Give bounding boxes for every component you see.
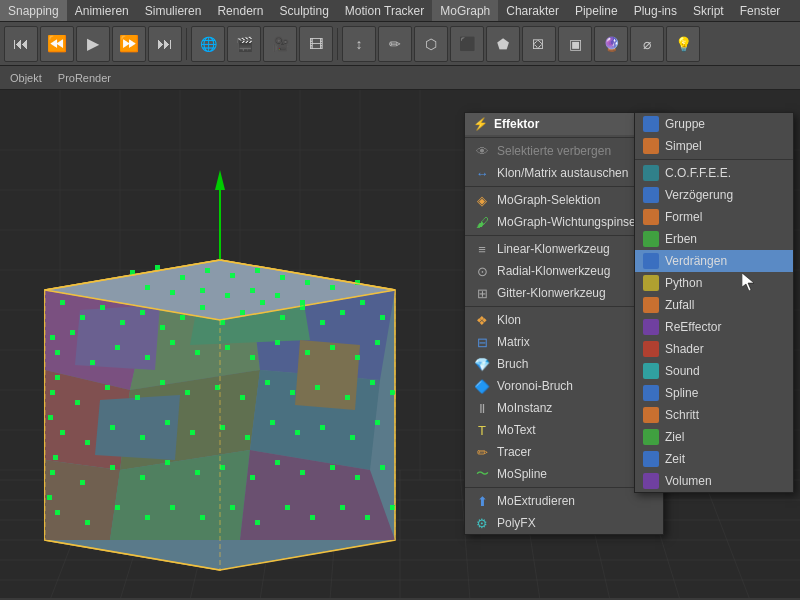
verbergen-icon: 👁 <box>473 142 491 160</box>
toolbar-btn-light[interactable]: 💡 <box>666 26 700 62</box>
coffee-label: C.O.F.F.E.E. <box>665 166 731 180</box>
svg-rect-68 <box>360 300 365 305</box>
simpel-color-icon <box>643 138 659 154</box>
svg-rect-135 <box>390 505 395 510</box>
wichtungspinsel-icon: 🖌 <box>473 213 491 231</box>
menu-motion-tracker[interactable]: Motion Tracker <box>337 0 432 21</box>
svg-rect-79 <box>305 350 310 355</box>
svg-rect-123 <box>55 510 60 515</box>
menu-snapping[interactable]: Snapping <box>0 0 67 21</box>
menu-skript[interactable]: Skript <box>685 0 732 21</box>
menu-animieren[interactable]: Animieren <box>67 0 137 21</box>
toolbar-btn-obj4[interactable]: 🎞 <box>299 26 333 62</box>
svg-rect-80 <box>330 345 335 350</box>
toolbar-btn-prev[interactable]: ⏪ <box>40 26 74 62</box>
linear-icon: ≡ <box>473 240 491 258</box>
mospline-label: MoSpline <box>497 467 547 481</box>
effektor-erben[interactable]: Erben <box>635 228 793 250</box>
effektor-label: Effektor <box>494 117 539 131</box>
effektor-zeit[interactable]: Zeit <box>635 448 793 470</box>
toolbar-btn-cube[interactable]: ⬛ <box>450 26 484 62</box>
svg-rect-150 <box>250 288 255 293</box>
svg-rect-155 <box>48 415 53 420</box>
tracer-label: Tracer <box>497 445 531 459</box>
svg-rect-147 <box>170 290 175 295</box>
toolbar-btn-scale[interactable]: ⬡ <box>414 26 448 62</box>
matrix-label: Matrix <box>497 335 530 349</box>
svg-rect-110 <box>50 470 55 475</box>
effektor-python[interactable]: Python <box>635 272 793 294</box>
toolbar2-prorender[interactable]: ProRender <box>52 70 117 86</box>
effektor-sound[interactable]: Sound <box>635 360 793 382</box>
effektor-zufall[interactable]: Zufall <box>635 294 793 316</box>
toolbar-btn-last[interactable]: ⏭ <box>148 26 182 62</box>
menu-sculpting[interactable]: Sculpting <box>271 0 336 21</box>
motext-label: MoText <box>497 423 536 437</box>
toolbar-btn-tool5[interactable]: ⛋ <box>522 26 556 62</box>
toolbar2-objekt[interactable]: Objekt <box>4 70 48 86</box>
effektor-formel[interactable]: Formel <box>635 206 793 228</box>
toolbar-btn-obj2[interactable]: 🎬 <box>227 26 261 62</box>
menu-mograph[interactable]: MoGraph <box>432 0 498 21</box>
toolbar-btn-obj3[interactable]: 🎥 <box>263 26 297 62</box>
gitter-label: Gitter-Klonwerkzeug <box>497 286 606 300</box>
effektor-volumen[interactable]: Volumen <box>635 470 793 492</box>
effektor-ziel[interactable]: Ziel <box>635 426 793 448</box>
effektor-coffee[interactable]: C.O.F.F.E.E. <box>635 162 793 184</box>
svg-rect-60 <box>200 305 205 310</box>
menu-pipeline[interactable]: Pipeline <box>567 0 626 21</box>
toolbar-btn-tool8[interactable]: ⌀ <box>630 26 664 62</box>
python-label: Python <box>665 276 702 290</box>
effektor-verzoegerung[interactable]: Verzögerung <box>635 184 793 206</box>
svg-rect-61 <box>220 320 225 325</box>
toolbar-btn-first[interactable]: ⏮ <box>4 26 38 62</box>
toolbar-btn-obj1[interactable]: 🌐 <box>191 26 225 62</box>
toolbar-btn-tool6[interactable]: ▣ <box>558 26 592 62</box>
effektor-gruppe[interactable]: Gruppe <box>635 113 793 135</box>
svg-rect-114 <box>165 460 170 465</box>
svg-rect-124 <box>85 520 90 525</box>
svg-rect-115 <box>195 470 200 475</box>
ziel-label: Ziel <box>665 430 684 444</box>
viewport[interactable]: ⚡ Effektor ▶ 👁 Selektierte verbergen ↔ K… <box>0 90 800 598</box>
menu-fenster[interactable]: Fenster <box>732 0 789 21</box>
toolbar-btn-play[interactable]: ▶ <box>76 26 110 62</box>
toolbar-btn-rotate[interactable]: ✏ <box>378 26 412 62</box>
effektor-verdraengen[interactable]: Verdrängen <box>635 250 793 272</box>
motext-icon: T <box>473 421 491 439</box>
menu-charakter[interactable]: Charakter <box>498 0 567 21</box>
menu-plugins[interactable]: Plug-ins <box>626 0 685 21</box>
menu-simulieren[interactable]: Simulieren <box>137 0 210 21</box>
svg-rect-126 <box>145 515 150 520</box>
svg-rect-129 <box>230 505 235 510</box>
toolbar-divider-2 <box>337 28 338 60</box>
effektor-spline[interactable]: Spline <box>635 382 793 404</box>
selektion-label: MoGraph-Selektion <box>497 193 600 207</box>
svg-rect-119 <box>300 470 305 475</box>
reeffector-label: ReEffector <box>665 320 721 334</box>
toolbar-btn-next[interactable]: ⏩ <box>112 26 146 62</box>
schritt-color-icon <box>643 407 659 423</box>
effektor-reeffector[interactable]: ReEffector <box>635 316 793 338</box>
ziel-color-icon <box>643 429 659 445</box>
svg-rect-106 <box>295 430 300 435</box>
menu-moextrudieren[interactable]: ⬆ MoExtrudieren <box>465 490 663 512</box>
svg-rect-63 <box>260 300 265 305</box>
zeit-color-icon <box>643 451 659 467</box>
effektor-shader[interactable]: Shader <box>635 338 793 360</box>
svg-rect-146 <box>145 285 150 290</box>
svg-rect-75 <box>195 350 200 355</box>
toolbar-btn-sphere[interactable]: ⬟ <box>486 26 520 62</box>
volumen-label: Volumen <box>665 474 712 488</box>
svg-rect-52 <box>60 300 65 305</box>
effektor-schritt[interactable]: Schritt <box>635 404 793 426</box>
moinstanz-label: MoInstanz <box>497 401 552 415</box>
svg-rect-107 <box>320 425 325 430</box>
menu-rendern[interactable]: Rendern <box>209 0 271 21</box>
verbergen-label: Selektierte verbergen <box>497 144 611 158</box>
effektor-simpel[interactable]: Simpel <box>635 135 793 157</box>
toolbar-btn-move[interactable]: ↕ <box>342 26 376 62</box>
svg-rect-100 <box>140 435 145 440</box>
menu-polyfx[interactable]: ⚙ PolyFX <box>465 512 663 534</box>
toolbar-btn-tool7[interactable]: 🔮 <box>594 26 628 62</box>
